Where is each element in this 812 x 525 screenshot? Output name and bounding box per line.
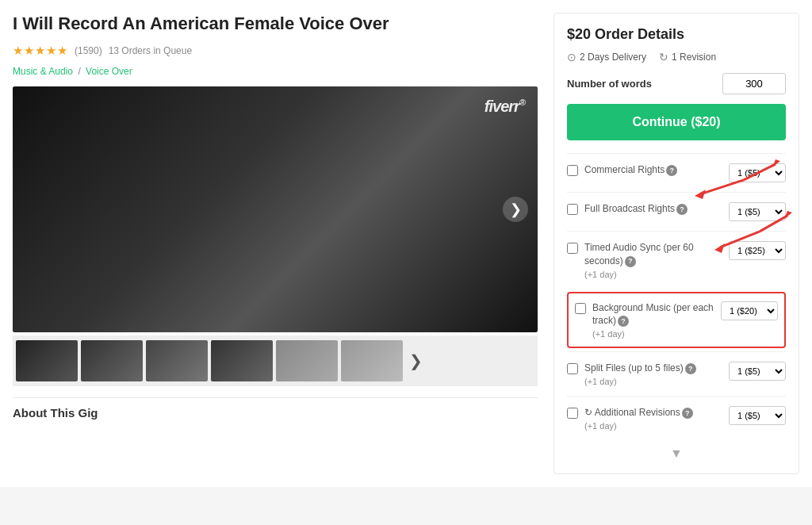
extra-select-commercial-rights[interactable]: 1 ($5) [729,163,786,182]
thumbnails-row: ❯ [13,335,538,386]
continue-button[interactable]: Continue ($20) [567,104,786,140]
extras-section: Commercial Rights?1 ($5)Full Broadcast R… [567,153,786,440]
rating-count: (1590) [75,45,102,56]
thumbnail-4[interactable] [211,340,273,381]
delivery-days: ⊙ 2 Days Delivery [567,51,646,63]
extra-checkbox-full-broadcast-rights[interactable] [567,204,578,215]
help-icon-additional-revisions[interactable]: ? [682,408,693,419]
thumbnail-6[interactable] [341,340,403,381]
extra-left-split-files: Split Files (up to 5 files)?(+1 day) [567,362,722,386]
revision-icon: ↻ [659,51,668,63]
left-column: I Will Record An American Female Voice O… [13,13,538,474]
words-input[interactable] [722,73,786,94]
extra-item-background-music: Background Music (per each track)?(+1 da… [567,292,786,349]
extra-info-timed-audio-sync: Timed Audio Sync (per 60 seconds)?(+1 da… [584,241,722,279]
clock-icon: ⊙ [567,51,576,63]
extra-left-background-music: Background Music (per each track)?(+1 da… [575,301,714,339]
extra-select-background-music[interactable]: 1 ($20) [721,301,778,320]
bottom-chevron-icon[interactable]: ▼ [567,440,786,461]
extra-name-split-files: Split Files (up to 5 files)? [584,362,722,375]
extra-select-wrap-full-broadcast-rights: 1 ($5) [729,202,786,221]
order-panel: $20 Order Details ⊙ 2 Days Delivery ↻ 1 … [553,13,799,474]
extra-name-timed-audio-sync: Timed Audio Sync (per 60 seconds)? [584,241,722,268]
extra-select-wrap-split-files: 1 ($5) [729,362,786,381]
extra-select-additional-revisions[interactable]: 1 ($5) [729,406,786,425]
rating-row: ★★★★★ (1590) 13 Orders in Queue [13,44,538,58]
extra-select-timed-audio-sync[interactable]: 1 ($25) [729,241,786,260]
help-icon-timed-audio-sync[interactable]: ? [625,256,636,267]
extra-info-additional-revisions: ↻ Additional Revisions?(+1 day) [584,406,722,431]
extra-left-commercial-rights: Commercial Rights? [567,163,722,178]
revisions-label: 1 Revision [672,52,716,63]
extra-select-split-files[interactable]: 1 ($5) [729,362,786,381]
extra-checkbox-timed-audio-sync[interactable] [567,243,578,254]
extra-checkbox-additional-revisions[interactable] [567,408,578,419]
extra-select-wrap-additional-revisions: 1 ($5) [729,406,786,425]
delivery-row: ⊙ 2 Days Delivery ↻ 1 Revision [567,51,786,63]
words-row: Number of words [567,73,786,94]
extra-select-wrap-commercial-rights: 1 ($5) [729,163,786,182]
extra-name-background-music: Background Music (per each track)? [592,301,714,328]
orders-queue: 13 Orders in Queue [109,45,192,56]
extra-item-additional-revisions: ↻ Additional Revisions?(+1 day)1 ($5) [567,396,786,440]
star-rating: ★★★★★ [13,44,68,58]
help-icon-full-broadcast-rights[interactable]: ? [676,204,688,215]
breadcrumb-subcategory[interactable]: Voice Over [86,66,132,77]
extra-info-split-files: Split Files (up to 5 files)?(+1 day) [584,362,722,386]
extra-info-commercial-rights: Commercial Rights? [584,163,722,178]
fiverr-watermark: fiverr® [485,98,525,116]
help-icon-commercial-rights[interactable]: ? [666,165,677,176]
extra-info-background-music: Background Music (per each track)?(+1 da… [592,301,714,339]
extra-name-commercial-rights: Commercial Rights? [584,163,722,177]
breadcrumb-separator: / [78,66,83,77]
about-gig-heading: About This Gig [13,397,538,423]
delivery-days-label: 2 Days Delivery [580,52,646,63]
extra-item-timed-audio-sync: Timed Audio Sync (per 60 seconds)?(+1 da… [567,231,786,289]
thumbnail-1[interactable] [16,340,78,381]
extra-day-additional-revisions: (+1 day) [584,421,722,431]
thumbnails-next-button[interactable]: ❯ [406,351,426,370]
extra-select-wrap-background-music: 1 ($20) [721,301,778,320]
extra-day-timed-audio-sync: (+1 day) [584,270,722,279]
thumbnail-3[interactable] [146,340,208,381]
thumbnail-2[interactable] [81,340,143,381]
extra-select-full-broadcast-rights[interactable]: 1 ($5) [729,202,786,221]
extra-checkbox-split-files[interactable] [567,363,578,374]
breadcrumb-category[interactable]: Music & Audio [13,66,73,77]
help-icon-background-music[interactable]: ? [618,316,629,327]
video-player[interactable]: fiverr® ❯ ↺ 0:00 🔊 ⚙ ⤢ [13,86,538,332]
extra-checkbox-background-music[interactable] [575,303,586,314]
extra-item-split-files: Split Files (up to 5 files)?(+1 day)1 ($… [567,351,786,396]
extra-day-split-files: (+1 day) [584,377,722,386]
video-next-button[interactable]: ❯ [503,197,528,222]
words-label: Number of words [567,78,652,90]
right-column: $20 Order Details ⊙ 2 Days Delivery ↻ 1 … [553,13,799,474]
extra-checkbox-commercial-rights[interactable] [567,165,578,176]
revisions: ↻ 1 Revision [659,51,716,63]
extra-day-background-music: (+1 day) [592,329,714,339]
extra-name-full-broadcast-rights: Full Broadcast Rights? [584,202,722,216]
extra-item-full-broadcast-rights: Full Broadcast Rights?1 ($5) [567,192,786,231]
thumbnail-5[interactable] [276,340,338,381]
order-title: $20 Order Details [567,26,786,43]
extra-info-full-broadcast-rights: Full Broadcast Rights? [584,202,722,217]
extra-left-full-broadcast-rights: Full Broadcast Rights? [567,202,722,217]
gig-title: I Will Record An American Female Voice O… [13,13,538,36]
extra-left-additional-revisions: ↻ Additional Revisions?(+1 day) [567,406,722,431]
extra-item-commercial-rights: Commercial Rights?1 ($5) [567,153,786,192]
breadcrumb: Music & Audio / Voice Over [13,66,538,77]
video-frame: fiverr® ❯ [13,86,538,332]
extra-name-additional-revisions: ↻ Additional Revisions? [584,406,722,420]
extra-select-wrap-timed-audio-sync: 1 ($25) [729,241,786,260]
extra-left-timed-audio-sync: Timed Audio Sync (per 60 seconds)?(+1 da… [567,241,722,279]
help-icon-split-files[interactable]: ? [685,363,696,374]
